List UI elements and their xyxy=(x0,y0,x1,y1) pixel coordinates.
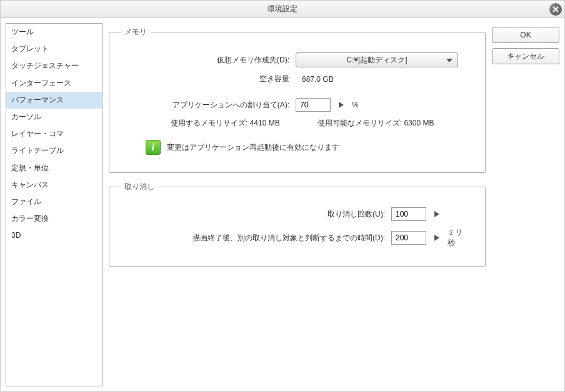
category-sidebar: ツール タブレット タッチジェスチャー インターフェース パフォーマンス カーソ… xyxy=(6,23,102,386)
vm-dropdown-value: C:¥[起動ディスク] xyxy=(346,55,407,66)
avail-memory-label: 使用可能なメモリサイズ: xyxy=(318,119,402,127)
alloc-spinner[interactable] xyxy=(337,100,346,109)
action-buttons: OK キャンセル xyxy=(492,23,559,386)
memory-group: メモリ 仮想メモリ作成先(D): C:¥[起動ディスク] 空き容量 687.0 … xyxy=(109,27,486,173)
avail-memory: 使用可能なメモリサイズ: 6300 MB xyxy=(318,118,434,129)
sidebar-item-file[interactable]: ファイル xyxy=(6,194,102,210)
sidebar-item-canvas[interactable]: キャンバス xyxy=(6,177,102,194)
titlebar: 環境設定 xyxy=(1,1,564,18)
vm-dropdown[interactable]: C:¥[起動ディスク] xyxy=(296,52,458,67)
undo-legend: 取り消し xyxy=(121,182,158,192)
free-space-label: 空き容量 xyxy=(121,74,289,84)
preferences-window: 環境設定 ツール タブレット タッチジェスチャー インターフェース パフォーマン… xyxy=(0,0,565,392)
alloc-input[interactable] xyxy=(296,98,331,112)
close-icon xyxy=(552,6,559,12)
alloc-unit: % xyxy=(352,100,359,109)
sidebar-item-performance[interactable]: パフォーマンス xyxy=(6,92,102,109)
used-memory-label: 使用するメモリサイズ: xyxy=(171,119,248,127)
chevron-down-icon xyxy=(446,56,452,64)
sidebar-item-tool[interactable]: ツール xyxy=(6,24,102,41)
undo-delay-input[interactable] xyxy=(391,231,426,245)
undo-delay-spinner[interactable] xyxy=(432,233,441,242)
sidebar-item-layer-frame[interactable]: レイヤー・コマ xyxy=(6,125,102,142)
free-space-value: 687.0 GB xyxy=(296,75,334,84)
sidebar-item-interface[interactable]: インターフェース xyxy=(6,75,102,92)
memory-legend: メモリ xyxy=(121,27,151,37)
content-area: ツール タブレット タッチジェスチャー インターフェース パフォーマンス カーソ… xyxy=(1,18,564,391)
undo-count-label: 取り消し回数(U): xyxy=(328,209,385,220)
vm-label: 仮想メモリ作成先(D): xyxy=(121,55,289,66)
undo-count-spinner[interactable] xyxy=(432,210,441,218)
sidebar-item-color-conversion[interactable]: カラー変換 xyxy=(6,210,102,227)
alloc-label: アプリケーションへの割り当て(A): xyxy=(121,100,289,110)
restart-notice: 変更はアプリケーション再起動後に有効になります xyxy=(167,142,339,153)
close-button[interactable] xyxy=(549,3,562,16)
ok-button[interactable]: OK xyxy=(492,27,559,43)
triangle-right-icon xyxy=(434,211,439,217)
sidebar-item-tablet[interactable]: タブレット xyxy=(6,41,102,57)
undo-count-input[interactable] xyxy=(391,207,426,221)
used-memory-value: 4410 MB xyxy=(250,119,280,127)
sidebar-item-ruler-unit[interactable]: 定規・単位 xyxy=(6,160,102,177)
info-icon: i xyxy=(146,140,161,155)
sidebar-item-touch-gesture[interactable]: タッチジェスチャー xyxy=(6,57,102,74)
used-memory: 使用するメモリサイズ: 4410 MB xyxy=(171,118,280,129)
triangle-right-icon xyxy=(434,235,439,241)
window-title: 環境設定 xyxy=(268,4,298,14)
cancel-button[interactable]: キャンセル xyxy=(492,48,559,64)
undo-delay-label: 描画終了後、別の取り消し対象と判断するまでの時間(D): xyxy=(192,233,385,243)
sidebar-item-light-table[interactable]: ライトテーブル xyxy=(6,142,102,159)
avail-memory-value: 6300 MB xyxy=(404,119,434,127)
triangle-right-icon xyxy=(339,102,344,108)
main-panel: メモリ 仮想メモリ作成先(D): C:¥[起動ディスク] 空き容量 687.0 … xyxy=(102,23,492,386)
undo-group: 取り消し 取り消し回数(U): 描画終了後、別の取り消し対象と判断するまでの時間… xyxy=(109,182,486,267)
sidebar-item-cursor[interactable]: カーソル xyxy=(6,109,102,125)
undo-delay-unit: ミリ秒 xyxy=(448,227,468,248)
sidebar-item-3d[interactable]: 3D xyxy=(6,227,102,244)
